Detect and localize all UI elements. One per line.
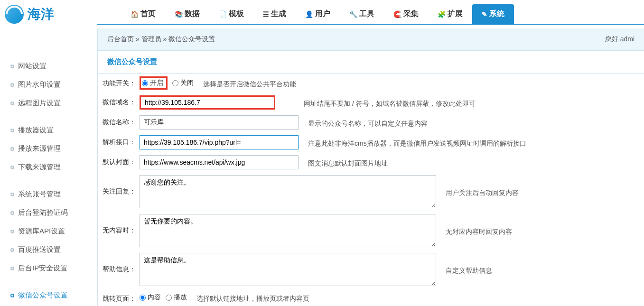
hint-jump: 选择默认链接地址，播放页或者内容页 — [192, 292, 309, 303]
breadcrumb-home[interactable]: 后台首页 — [107, 35, 134, 43]
sidebar-item-9[interactable]: 百度推送设置 — [0, 241, 97, 259]
nav-label: 生成 — [271, 9, 286, 19]
hint-name: 显示的公众号名称，可以自定义任意内容 — [303, 117, 428, 128]
sidebar-item-label: 后台IP安全设置 — [18, 264, 67, 273]
input-api[interactable] — [140, 135, 299, 149]
hint-empty: 无对应内容时回复内容 — [441, 225, 512, 236]
nav-item-4[interactable]: 👤用户 — [296, 4, 340, 24]
label-switch: 功能开关： — [103, 76, 140, 88]
label-domain: 微信域名： — [103, 95, 140, 107]
breadcrumb-sep: » — [136, 35, 141, 43]
sidebar-item-label: 百度推送设置 — [18, 245, 61, 254]
sidebar-item-0[interactable]: 网站设置 — [0, 57, 97, 75]
sidebar-item-5[interactable]: 下载来源管理 — [0, 158, 97, 176]
greeting: 您好 admi — [605, 35, 635, 44]
nav-label: 扩展 — [448, 9, 463, 19]
bullet-icon — [10, 102, 14, 105]
sidebar-item-4[interactable]: 播放来源管理 — [0, 139, 97, 158]
nav-label: 系统 — [489, 9, 504, 19]
bullet-icon — [10, 230, 14, 233]
bullet-icon — [10, 147, 14, 151]
label-name: 微信名称： — [103, 115, 140, 127]
sidebar: 网站设置图片水印设置远程图片设置播放器设置播放来源管理下载来源管理系统账号管理后… — [0, 28, 97, 306]
nav-label: 工具 — [359, 9, 374, 19]
sidebar-item-6[interactable]: 系统账号管理 — [0, 185, 97, 204]
sidebar-item-11[interactable]: 微信公众号设置 — [0, 286, 97, 305]
radio-label-content: 内容 — [148, 293, 161, 302]
label-help: 帮助信息： — [103, 253, 140, 274]
nav-icon: 🧲 — [393, 10, 401, 18]
sidebar-item-label: 后台登陆验证码 — [18, 208, 68, 217]
label-cover: 默认封面： — [103, 155, 140, 167]
panel-title: 微信公众号设置 — [98, 51, 644, 74]
radio-jump-play[interactable] — [166, 295, 172, 301]
nav-item-5[interactable]: 🔧工具 — [340, 4, 384, 24]
input-domain[interactable] — [140, 95, 275, 110]
nav-label: 数据 — [185, 9, 200, 19]
bullet-icon — [10, 193, 14, 196]
sidebar-item-1[interactable]: 图片水印设置 — [0, 75, 97, 94]
nav-icon: 📄 — [219, 10, 227, 18]
breadcrumb-section[interactable]: 管理员 — [141, 35, 161, 43]
nav-icon: ☰ — [263, 10, 269, 18]
nav-item-7[interactable]: 🧩扩展 — [428, 4, 472, 24]
sidebar-item-7[interactable]: 后台登陆验证码 — [0, 204, 97, 222]
hint-cover: 图文消息默认封面图片地址 — [303, 157, 388, 168]
nav-item-8[interactable]: ✎系统 — [472, 4, 514, 24]
bullet-icon — [10, 83, 14, 87]
nav-label: 采集 — [403, 9, 419, 19]
radio-switch-on[interactable] — [142, 80, 148, 86]
nav-item-6[interactable]: 🧲采集 — [384, 4, 428, 24]
hint-help: 自定义帮助信息 — [441, 264, 492, 275]
nav-item-2[interactable]: 📄模板 — [209, 4, 253, 24]
bullet-icon — [10, 294, 14, 297]
textarea-help[interactable]: 这是帮助信息。 — [140, 253, 436, 286]
breadcrumb: 后台首页 » 管理员 » 微信公众号设置 您好 admi — [98, 28, 644, 51]
label-follow: 关注回复： — [103, 175, 140, 196]
sidebar-item-2[interactable]: 远程图片设置 — [0, 94, 97, 112]
sidebar-item-8[interactable]: 资源库API设置 — [0, 222, 97, 241]
sidebar-item-label: 下载来源管理 — [18, 163, 61, 172]
hint-follow: 用户关注后自动回复内容 — [441, 186, 519, 197]
top-nav: 🏠首页📚数据📄模板☰生成👤用户🔧工具🧲采集🧩扩展✎系统 — [97, 0, 644, 25]
nav-item-3[interactable]: ☰生成 — [253, 4, 296, 24]
nav-icon: ✎ — [482, 10, 487, 18]
nav-item-0[interactable]: 🏠首页 — [121, 4, 165, 24]
radio-switch-off[interactable] — [172, 80, 178, 86]
hint-domain: 网址结尾不要加 / 符号，如域名被微信屏蔽，修改此处即可 — [280, 97, 476, 108]
nav-icon: 📚 — [175, 10, 183, 18]
breadcrumb-page: 微信公众号设置 — [168, 35, 215, 43]
nav-icon: 🔧 — [349, 10, 357, 18]
main-panel: 后台首页 » 管理员 » 微信公众号设置 您好 admi 微信公众号设置 功能开… — [97, 28, 644, 306]
settings-form: 功能开关： 开启 关闭 选择是否开启微信公共平台功能 — [98, 74, 644, 306]
radio-jump-content[interactable] — [140, 295, 146, 301]
textarea-follow[interactable]: 感谢您的关注。 — [140, 175, 436, 208]
bullet-icon — [10, 267, 14, 270]
sidebar-item-label: 远程图片设置 — [18, 99, 61, 108]
sidebar-item-label: 播放来源管理 — [18, 144, 61, 153]
bullet-icon — [10, 166, 14, 169]
logo: 海洋 — [0, 0, 97, 28]
nav-item-1[interactable]: 📚数据 — [165, 4, 209, 24]
sidebar-item-label: 网站设置 — [18, 62, 47, 71]
input-name[interactable] — [140, 115, 299, 130]
input-cover[interactable] — [140, 155, 299, 169]
textarea-empty[interactable]: 暂无你要的内容。 — [140, 214, 436, 247]
nav-label: 模板 — [229, 9, 244, 19]
radio-label-on: 开启 — [150, 79, 163, 87]
hint-switch: 选择是否开启微信公共平台功能 — [198, 77, 296, 89]
sidebar-item-label: 播放器设置 — [18, 126, 54, 135]
bullet-icon — [10, 248, 14, 252]
nav-label: 用户 — [315, 9, 330, 19]
label-jump: 跳转页面： — [103, 292, 140, 303]
radio-label-play: 播放 — [174, 293, 187, 302]
nav-icon: 🧩 — [438, 10, 446, 18]
sidebar-item-3[interactable]: 播放器设置 — [0, 121, 97, 139]
logo-icon — [5, 5, 24, 24]
bullet-icon — [10, 65, 14, 68]
nav-icon: 👤 — [305, 10, 313, 18]
bullet-icon — [10, 211, 14, 215]
sidebar-item-label: 图片水印设置 — [18, 80, 61, 89]
sidebar-item-10[interactable]: 后台IP安全设置 — [0, 259, 97, 278]
nav-label: 首页 — [140, 9, 156, 19]
